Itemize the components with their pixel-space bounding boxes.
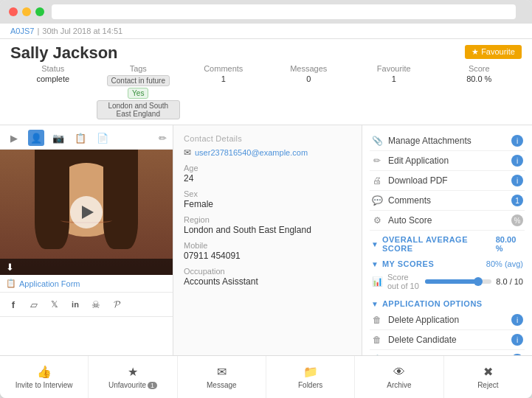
auto-score-badge: % [511, 214, 523, 226]
minimize-btn[interactable] [22, 7, 31, 16]
pdf-icon: 🖨 [371, 175, 383, 186]
message-button[interactable]: ✉ Message [178, 356, 266, 398]
tags-label: Tags [96, 64, 182, 73]
instagram-icon[interactable]: ▱ [27, 297, 41, 312]
unfav-icon: ★ [128, 365, 138, 379]
auto-score-icon: ⚙ [371, 215, 383, 226]
download-pdf-item[interactable]: 🖨 Download PDF i [370, 171, 525, 191]
pinterest-icon[interactable]: 𝓟 [109, 297, 124, 312]
address-bar[interactable] [52, 4, 516, 19]
download-pdf-label: Download PDF [388, 175, 506, 186]
facebook-icon[interactable]: f [6, 297, 21, 312]
overall-score-section[interactable]: ▼ OVERALL AVERAGE SCORE 80.00 % [370, 231, 525, 255]
favourite-value: 1 [351, 74, 437, 83]
score-value: 80.0 % [437, 74, 522, 83]
status-col: Status complete [10, 64, 96, 120]
sex-label: Sex [184, 189, 351, 198]
unfav-badge: 1 [148, 382, 157, 389]
auto-score-label: Auto Score [388, 215, 506, 226]
favourite-col: Favourite 1 [351, 64, 437, 120]
header-columns: Status complete Tags Contact in future Y… [10, 64, 522, 120]
score-label: Score [437, 64, 522, 73]
form-label: Application Form [19, 279, 80, 288]
overall-score-header: OVERALL AVERAGE SCORE [382, 235, 492, 253]
edit-application-label: Edit Application [388, 156, 506, 166]
messages-value: 0 [266, 74, 352, 83]
breadcrumb-link[interactable]: A0JS7 [10, 27, 34, 35]
score-slider-icon: 📊 [371, 276, 383, 287]
form-tab[interactable]: 📋 [72, 130, 89, 146]
tags-col: Tags Contact in future Yes London and So… [96, 64, 182, 120]
application-form-link[interactable]: 📋 Application Form [0, 275, 173, 293]
contact-email-row: ✉ user237816540@example.com [184, 147, 351, 158]
status-label: Status [10, 64, 96, 73]
reject-label: Reject [477, 381, 498, 389]
email-value[interactable]: user237816540@example.com [195, 148, 308, 157]
folders-button[interactable]: 📁 Folders [266, 356, 355, 398]
linkedin-icon[interactable]: in [68, 297, 83, 312]
score-slider-row: 📊 Score out of 10 8.0 / 10 [370, 270, 525, 295]
manage-attachments-item[interactable]: 📎 Manage Attachments i [370, 131, 525, 151]
my-scores-section[interactable]: ▼ MY SCORES 80% (avg) [370, 255, 525, 270]
image-tab[interactable]: 📷 [50, 130, 66, 146]
invite-interview-button[interactable]: 👍 Invite to Interview [0, 356, 89, 398]
edit-app-icon: ✏ [371, 156, 383, 166]
close-btn[interactable] [9, 7, 18, 16]
right-panel: 📎 Manage Attachments i ✏ Edit Applicatio… [362, 125, 532, 355]
favourite-button[interactable]: ★ Favourite [465, 45, 522, 59]
archive-icon: 👁 [393, 366, 405, 379]
download-pdf-badge: i [511, 175, 523, 186]
score-display: 8.0 / 10 [496, 277, 523, 286]
play-triangle-icon [82, 206, 94, 219]
delete-application-item[interactable]: 🗑 Delete Application i [370, 310, 525, 330]
region-value: London and South East England [184, 225, 351, 235]
breadcrumb: A0JS7 | 30th Jul 2018 at 14:51 [0, 24, 532, 39]
score-fill [425, 279, 478, 284]
doc-tab[interactable]: 📄 [94, 130, 111, 146]
unfavourite-button[interactable]: ★ Unfavourite1 [89, 356, 177, 398]
play-button[interactable] [70, 196, 103, 228]
email-icon: ✉ [184, 147, 191, 158]
app-options-chevron: ▼ [371, 300, 379, 308]
left-panel: ▶ 👤 📷 📋 📄 ✏ [0, 125, 173, 355]
delete-candidate-label: Delete Candidate [388, 335, 506, 345]
archive-label: Archive [387, 381, 411, 389]
download-video-icon[interactable]: ⬇ [6, 262, 14, 273]
favourite-label: Favourite [351, 64, 437, 73]
video-tab[interactable]: ▶ [6, 130, 22, 146]
edit-application-item[interactable]: ✏ Edit Application i [370, 151, 525, 171]
copy-application-item[interactable]: 📋 Copy Application i [370, 350, 525, 355]
app-options-section[interactable]: ▼ APPLICATION OPTIONS [370, 295, 525, 310]
score-track[interactable] [425, 279, 491, 284]
tag-contact: Contact in future [107, 75, 170, 86]
region-label: Region [184, 215, 351, 224]
status-value: complete [10, 74, 96, 83]
archive-button[interactable]: 👁 Archive [355, 356, 443, 398]
comments-label: Comments [181, 64, 266, 73]
delete-candidate-item[interactable]: 🗑 Delete Candidate i [370, 330, 525, 350]
comments-value: 1 [181, 74, 266, 83]
messages-label: Messages [266, 64, 352, 73]
folders-icon: 📁 [303, 365, 318, 379]
invite-icon: 👍 [37, 365, 52, 379]
mobile-value: 07911 454091 [184, 251, 351, 261]
manage-attachments-badge: i [511, 135, 523, 147]
maximize-btn[interactable] [35, 7, 44, 16]
comments-item[interactable]: 💬 Comments 1 [370, 191, 525, 211]
sex-value: Female [184, 199, 351, 209]
profile-tab[interactable]: 👤 [28, 130, 44, 146]
occupation-label: Occupation [184, 267, 351, 276]
traffic-lights [9, 7, 44, 16]
manage-attachments-label: Manage Attachments [388, 136, 506, 146]
age-value: 24 [184, 173, 351, 184]
mobile-label: Mobile [184, 241, 351, 250]
candidate-header: Sally Jackson ★ Favourite Status complet… [0, 39, 532, 125]
message-icon: ✉ [217, 365, 227, 379]
auto-score-item[interactable]: ⚙ Auto Score % [370, 211, 525, 231]
score-col: Score 80.0 % [437, 64, 522, 120]
edit-icon[interactable]: ✏ [159, 133, 167, 144]
overall-score-value: 80.00 % [496, 235, 523, 253]
snapchat-icon[interactable]: ☠ [89, 297, 103, 312]
twitter-icon[interactable]: 𝕏 [47, 297, 62, 312]
reject-button[interactable]: ✖ Reject [444, 356, 532, 398]
